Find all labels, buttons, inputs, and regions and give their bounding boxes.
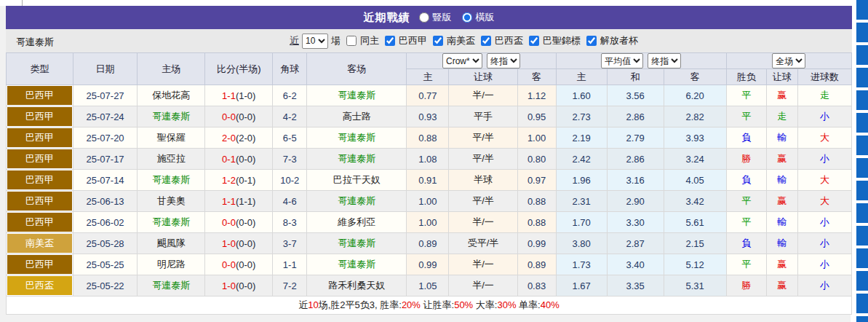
handicap-away-odds-cell: 0.97 xyxy=(517,170,556,191)
halftime-score: (0-0) xyxy=(236,111,255,122)
summary-text-part: 单率: xyxy=(516,299,540,310)
summary-text-part: 场,胜2平5负3, 胜率: xyxy=(319,299,402,310)
league-label-sudamericana: 南美盃 xyxy=(447,34,475,47)
handicap-result-cell: 赢 xyxy=(766,191,797,212)
home-team-name: 颶風隊 xyxy=(157,237,186,248)
score-cell: 0-0(0-0) xyxy=(205,254,273,275)
league-cell: 巴西甲 xyxy=(7,85,73,106)
handicap-away-odds-cell: 0.80 xyxy=(517,149,556,170)
match-scope-select[interactable]: 全场 xyxy=(772,53,805,68)
league-checkbox-sudamericana[interactable] xyxy=(433,36,443,46)
score-cell: 1-0(0-0) xyxy=(205,233,273,254)
handicap-line-cell: 半/一 xyxy=(449,212,517,233)
layout-horizontal-radio[interactable] xyxy=(462,12,472,23)
handicap-home-odds-cell: 1.08 xyxy=(407,149,449,170)
league-checkbox-libertadores[interactable] xyxy=(586,36,597,46)
avg-away-odds-cell: 5.31 xyxy=(664,275,726,297)
goals-result-cell: 小 xyxy=(797,254,851,275)
bookmaker-select[interactable]: Crow* xyxy=(442,53,482,68)
away-team-name: 維多利亞 xyxy=(338,216,375,227)
home-team-cell: 哥連泰斯 xyxy=(138,212,205,233)
league-cell: 巴西甲 xyxy=(7,170,73,191)
away-team-name: 哥連泰斯 xyxy=(338,195,375,206)
home-team-cell: 甘美奧 xyxy=(138,191,205,212)
away-team-name: 巴拉干天奴 xyxy=(333,174,381,185)
avg-home-odds-cell: 1.96 xyxy=(556,170,607,191)
league-cell: 南美盃 xyxy=(7,233,73,254)
home-team-name: 聖保羅 xyxy=(157,132,186,143)
handicap-away-odds-cell: 0.88 xyxy=(517,191,556,212)
europe-odds-stage-select[interactable]: 终指 xyxy=(648,53,681,68)
handicap-away-odds-cell: 0.83 xyxy=(517,275,556,297)
away-team-cell: 哥連泰斯 xyxy=(307,191,407,212)
same-home-label: 同主 xyxy=(360,34,379,47)
same-home-checkbox[interactable] xyxy=(346,36,357,46)
result-group-header: 全场 xyxy=(726,53,851,69)
avg-draw-odds-cell: 2.87 xyxy=(607,233,664,254)
goals-result-cell: 走 xyxy=(797,85,851,106)
goals-result-cell: 小 xyxy=(797,233,851,254)
league-badge: 巴西甲 xyxy=(7,255,72,274)
recent-count-select[interactable]: 10 xyxy=(302,34,328,49)
avg-draw-odds-cell: 3.35 xyxy=(607,275,664,297)
halftime-score: (0-0) xyxy=(236,238,255,249)
away-team-cell: 哥連泰斯 xyxy=(307,233,407,254)
col-header-hcap-home: 主 xyxy=(407,69,449,85)
handicap-home-odds-cell: 1.05 xyxy=(407,275,449,297)
away-team-cell: 哥連泰斯 xyxy=(307,127,407,149)
handicap-result-cell: 走 xyxy=(766,106,797,127)
col-header-date: 日期 xyxy=(73,53,138,85)
col-header-goals: 进球数 xyxy=(797,69,851,85)
avg-home-odds-cell: 1.60 xyxy=(556,85,607,106)
away-team-name: 哥連泰斯 xyxy=(338,132,375,143)
avg-away-odds-cell: 2.82 xyxy=(664,106,726,127)
corners-cell: 7-3 xyxy=(273,149,307,170)
corners-cell: 10-2 xyxy=(273,170,307,191)
result-cell: 平 xyxy=(726,106,766,127)
avg-away-odds-cell: 3.42 xyxy=(664,191,726,212)
avg-draw-odds-cell: 2.79 xyxy=(607,127,664,149)
average-select[interactable]: 平均值 xyxy=(601,53,643,68)
home-team-name: 哥連泰斯 xyxy=(152,174,190,185)
home-team-cell: 哥連泰斯 xyxy=(138,170,205,191)
results-table: 类型 日期 主场 比分(半场) 角球 客场 Crow*终指 平均值终指 全场 xyxy=(6,52,852,315)
league-checkbox-paulista[interactable] xyxy=(529,36,539,46)
league-cell: 巴西甲 xyxy=(7,127,73,149)
avg-home-odds-cell: 2.31 xyxy=(556,191,607,212)
handicap-away-odds-cell: 0.95 xyxy=(517,106,556,127)
date-cell: 25-05-25 xyxy=(73,254,138,275)
recent-results-panel: 近期戰績 豎版 橫版 哥連泰斯 近 10 場 xyxy=(0,0,868,322)
result-cell: 平 xyxy=(726,85,766,106)
layout-vertical-option: 豎版 xyxy=(419,11,452,24)
layout-vertical-radio[interactable] xyxy=(419,12,429,23)
avg-away-odds-cell: 3.93 xyxy=(664,127,726,149)
goals-result-cell: 小 xyxy=(797,149,851,170)
table-row: 巴西甲25-07-24哥連泰斯0-0(0-0)4-2高士路0.93平手0.952… xyxy=(7,106,852,127)
summary-text-part: 40% xyxy=(541,299,560,310)
home-team-name: 保地花高 xyxy=(152,90,190,101)
away-team-cell: 哥連泰斯 xyxy=(307,149,407,170)
handicap-line-cell: 平/半 xyxy=(449,127,517,149)
avg-away-odds-cell: 6.20 xyxy=(664,85,726,106)
home-team-cell: 哥連泰斯 xyxy=(138,275,205,297)
league-checkbox-brazil-cup[interactable] xyxy=(481,36,491,46)
halftime-score: (0-1) xyxy=(236,175,255,186)
layout-radio-group: 豎版 橫版 xyxy=(419,11,495,24)
date-cell: 25-06-13 xyxy=(73,191,138,212)
avg-home-odds-cell: 1.70 xyxy=(556,212,607,233)
col-header-odds-draw: 和 xyxy=(607,69,664,85)
score-cell: 0-0(0-0) xyxy=(205,106,273,127)
europe-odds-group-header: 平均值终指 xyxy=(556,53,726,69)
handicap-line-cell: 平手 xyxy=(449,106,517,127)
league-checkbox-brazil-a[interactable] xyxy=(385,36,395,46)
score-cell: 1-2(0-1) xyxy=(205,170,273,191)
avg-draw-odds-cell: 3.56 xyxy=(607,85,664,106)
halftime-score: (0-0) xyxy=(236,217,255,228)
avg-draw-odds-cell: 3.30 xyxy=(607,212,664,233)
handicap-odds-stage-select[interactable]: 终指 xyxy=(487,53,520,68)
corners-cell: 7-2 xyxy=(273,275,307,297)
recent-link[interactable]: 近 xyxy=(290,34,299,47)
handicap-result-cell: 赢 xyxy=(766,275,797,297)
league-badge: 南美盃 xyxy=(7,234,72,253)
score-cell: 0-0(0-0) xyxy=(205,212,273,233)
